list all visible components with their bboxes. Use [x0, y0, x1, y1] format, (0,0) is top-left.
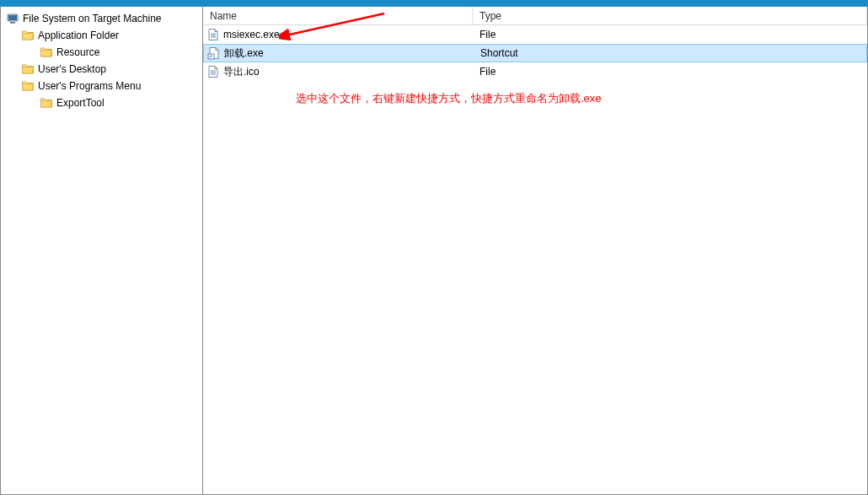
tree-item[interactable]: Resource	[3, 44, 201, 61]
cell-type: File	[473, 66, 867, 78]
tree-item[interactable]: ExportTool	[3, 94, 201, 111]
file-row[interactable]: msiexec.exeFile	[203, 25, 867, 44]
file-icon	[206, 65, 220, 78]
tree-item-label: Resource	[56, 46, 99, 58]
column-header-name[interactable]: Name	[203, 7, 473, 24]
columns-header: Name Type	[203, 7, 867, 25]
folder-icon	[21, 29, 35, 42]
tree-item-label: ExportTool	[56, 97, 104, 109]
cell-type: File	[473, 29, 867, 40]
folder-icon	[40, 46, 53, 59]
file-row[interactable]: 导出.icoFile	[203, 62, 867, 81]
tree-item-label: Application Folder	[38, 30, 119, 41]
tree-item[interactable]: User's Desktop	[3, 61, 201, 78]
file-name: 卸载.exe	[224, 46, 264, 61]
list-panel: Name Type msiexec.exeFile卸载.exeShortcut导…	[203, 7, 867, 494]
tree-root[interactable]: File System on Target Machine	[3, 10, 201, 27]
file-row[interactable]: 卸载.exeShortcut	[203, 44, 867, 62]
file-rows: msiexec.exeFile卸载.exeShortcut导出.icoFile	[203, 25, 867, 494]
shortcut-icon	[207, 46, 221, 60]
tree-item-label: User's Desktop	[38, 63, 106, 75]
svg-rect-2	[10, 22, 15, 24]
column-header-type[interactable]: Type	[473, 7, 867, 24]
cell-name: msiexec.exe	[203, 28, 473, 41]
tree-item[interactable]: Application Folder	[3, 27, 201, 44]
svg-rect-1	[8, 15, 17, 20]
cell-type: Shortcut	[474, 47, 866, 59]
file-name: msiexec.exe	[223, 29, 280, 40]
main-container: File System on Target Machine Applicatio…	[0, 7, 868, 495]
cell-name: 卸载.exe	[204, 46, 474, 61]
folder-icon	[21, 62, 35, 76]
folder-icon	[21, 79, 35, 93]
tree-panel: File System on Target Machine Applicatio…	[1, 7, 203, 494]
tree-root-label: File System on Target Machine	[23, 13, 162, 24]
file-name: 导出.ico	[223, 65, 260, 79]
window-titlebar	[0, 0, 868, 7]
tree-item-label: User's Programs Menu	[38, 80, 141, 92]
file-icon	[206, 28, 220, 41]
tree-item[interactable]: User's Programs Menu	[3, 78, 201, 94]
cell-name: 导出.ico	[203, 65, 473, 79]
computer-icon	[6, 12, 19, 25]
folder-icon	[40, 96, 53, 110]
